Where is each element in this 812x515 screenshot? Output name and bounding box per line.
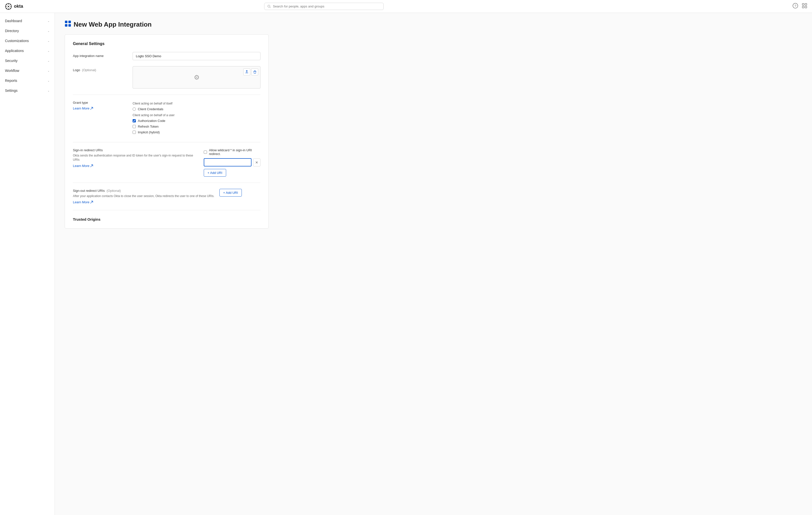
refresh-token-option: Refresh Token — [133, 125, 260, 128]
sidebar-item-directory[interactable]: Directory ⌄ — [0, 26, 55, 36]
refresh-token-label: Refresh Token — [138, 125, 159, 128]
chevron-down-icon: ⌄ — [48, 50, 50, 52]
sidebar-item-reports[interactable]: Reports ⌄ — [0, 76, 55, 86]
sidebar-item-workflow[interactable]: Workflow ⌄ — [0, 66, 55, 76]
sign-in-redirect-label-col: Sign-in redirect URIs Okta sends the aut… — [73, 148, 199, 177]
svg-rect-21 — [68, 24, 71, 27]
help-button[interactable]: ? — [792, 3, 798, 10]
svg-line-9 — [6, 7, 7, 8]
divider-2 — [73, 142, 260, 142]
page-title-area: New Web App Integration — [65, 20, 802, 28]
app-integration-name-control — [133, 52, 260, 60]
sign-in-learn-more-link[interactable]: Learn More — [73, 164, 93, 168]
sidebar-item-label: Settings — [5, 89, 18, 92]
svg-rect-20 — [65, 24, 67, 27]
app-integration-name-input[interactable] — [133, 52, 260, 60]
sign-out-add-uri-button[interactable]: + Add URI — [220, 189, 242, 197]
sign-out-learn-more-link[interactable]: Learn More — [73, 200, 93, 204]
sidebar-item-label: Directory — [5, 29, 19, 33]
wildcard-checkbox[interactable] — [204, 150, 207, 154]
svg-line-11 — [270, 7, 270, 8]
logo-label: Logo (Optional) — [73, 66, 127, 72]
svg-rect-22 — [253, 71, 256, 71]
sign-out-redirect-label: Sign-out redirect URIs (Optional) — [73, 189, 214, 193]
client-credentials-option: Client Credentials — [133, 107, 260, 111]
logo-upload-area: ⚙ — [133, 66, 260, 89]
implicit-hybrid-checkbox[interactable] — [133, 131, 136, 134]
client-credentials-radio[interactable] — [133, 108, 136, 111]
sidebar-item-dashboard[interactable]: Dashboard ⌄ — [0, 16, 55, 26]
page-title: New Web App Integration — [74, 21, 151, 28]
sign-in-redirect-controls: Allow wildcard * in sign-in URI redirect… — [204, 148, 260, 177]
grant-type-learn-more-link[interactable]: Learn More — [73, 107, 93, 110]
external-link-icon — [90, 165, 93, 167]
sign-in-uri-input[interactable] — [204, 158, 252, 167]
sidebar-item-label: Workflow — [5, 69, 19, 73]
svg-rect-14 — [802, 3, 804, 5]
uri-input-row: ✕ — [204, 158, 260, 167]
sidebar-item-customizations[interactable]: Customizations ⌄ — [0, 36, 55, 46]
main-content: New Web App Integration General Settings… — [55, 13, 812, 515]
sidebar-item-applications[interactable]: Applications ⌄ — [0, 46, 55, 56]
nav-icons: ? — [792, 3, 807, 10]
sidebar-item-label: Security — [5, 59, 18, 63]
form-card: General Settings App integration name Lo… — [65, 34, 269, 229]
general-settings-title: General Settings — [73, 41, 260, 46]
grant-type-row: Grant type Learn More Client acting on b… — [73, 101, 260, 136]
client-self-group-label: Client acting on behalf of itself — [133, 102, 260, 105]
svg-point-10 — [268, 5, 270, 7]
authorization-code-label: Authorization Code — [138, 119, 166, 123]
apps-grid-button[interactable] — [802, 3, 807, 9]
svg-rect-16 — [802, 6, 804, 8]
sign-out-redirect-label-col: Sign-out redirect URIs (Optional) After … — [73, 189, 214, 204]
svg-rect-17 — [805, 6, 807, 8]
client-credentials-label: Client Credentials — [138, 107, 164, 111]
chevron-down-icon: ⌄ — [48, 59, 50, 62]
uri-clear-button[interactable]: ✕ — [253, 159, 260, 167]
wildcard-label: Allow wildcard * in sign-in URI redirect… — [209, 148, 260, 156]
logo-upload-button[interactable] — [243, 68, 250, 76]
sign-out-redirect-controls: + Add URI — [220, 189, 260, 204]
trusted-origins-section: Trusted Origins — [73, 217, 260, 222]
trusted-origins-title: Trusted Origins — [73, 217, 260, 222]
chevron-down-icon: ⌄ — [48, 30, 50, 32]
search-icon — [267, 5, 271, 8]
sign-in-redirect-row: Sign-in redirect URIs Okta sends the aut… — [73, 148, 260, 177]
svg-rect-15 — [805, 3, 807, 5]
chevron-down-icon: ⌄ — [48, 89, 50, 92]
grant-options: Client acting on behalf of itself Client… — [133, 101, 260, 136]
search-input[interactable] — [273, 4, 380, 8]
svg-line-6 — [6, 4, 7, 5]
external-link-icon — [90, 201, 93, 203]
grant-type-label-col: Grant type Learn More — [73, 101, 127, 136]
sign-out-redirect-desc: After your application contacts Okta to … — [73, 194, 214, 198]
svg-text:?: ? — [794, 4, 796, 8]
top-navigation: okta ? — [0, 0, 812, 13]
sidebar-item-label: Reports — [5, 79, 17, 83]
app-integration-name-row: App integration name — [73, 52, 260, 60]
logo-text: okta — [14, 4, 23, 9]
search-bar[interactable] — [264, 3, 384, 10]
authorization-code-option: Authorization Code — [133, 119, 260, 123]
authorization-code-checkbox[interactable] — [133, 119, 136, 122]
divider-1 — [73, 94, 260, 95]
chevron-down-icon: ⌄ — [48, 79, 50, 82]
svg-point-1 — [8, 6, 9, 7]
refresh-token-checkbox[interactable] — [133, 125, 136, 128]
main-layout: Dashboard ⌄ Directory ⌄ Customizations ⌄… — [0, 13, 812, 515]
divider-3 — [73, 182, 260, 183]
chevron-down-icon: ⌄ — [48, 20, 50, 22]
svg-rect-19 — [68, 21, 71, 23]
integration-icon — [65, 20, 71, 28]
okta-logo-icon — [5, 3, 12, 10]
sign-in-add-uri-button[interactable]: + Add URI — [204, 169, 226, 177]
logo-upload-control: ⚙ — [133, 66, 260, 89]
implicit-hybrid-label: Implicit (hybrid) — [138, 131, 160, 134]
logo-row: Logo (Optional) — [73, 66, 260, 89]
logo-delete-button[interactable] — [251, 68, 258, 76]
client-user-group-label: Client acting on behalf of a user — [133, 113, 260, 117]
sidebar-item-security[interactable]: Security ⌄ — [0, 56, 55, 66]
implicit-hybrid-option: Implicit (hybrid) — [133, 131, 260, 134]
sidebar: Dashboard ⌄ Directory ⌄ Customizations ⌄… — [0, 13, 55, 515]
sidebar-item-settings[interactable]: Settings ⌄ — [0, 86, 55, 95]
